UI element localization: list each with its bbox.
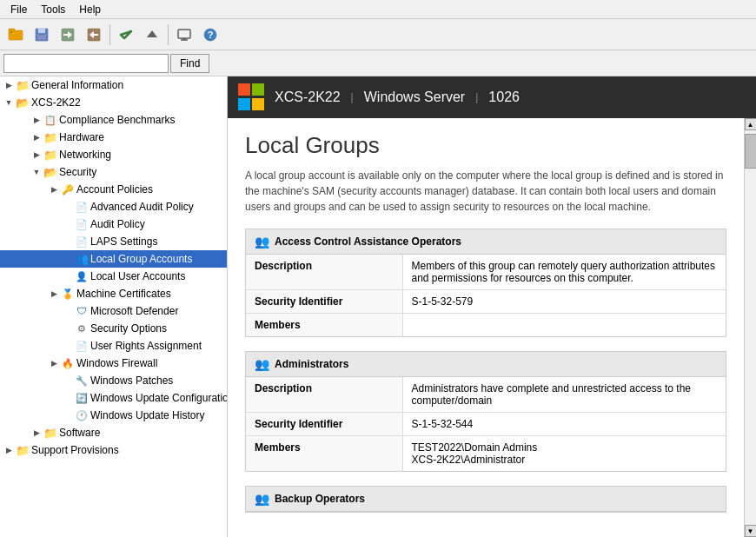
expander-xcs2k22: ▼ <box>2 96 16 109</box>
sidebar-item-support[interactable]: ▶ 📁 Support Provisions <box>0 441 227 459</box>
sidebar-label-local-groups: Local Group Accounts <box>90 253 192 265</box>
expander-firewall: ▶ <box>47 356 61 370</box>
sidebar-item-security[interactable]: ▼ 📂 Security <box>0 163 227 181</box>
table-row: Description Administrators have complete… <box>246 377 726 413</box>
sidebar-item-xcs2k22[interactable]: ▼ 📂 XCS-2K22 <box>0 94 227 111</box>
folder-icon: 📁 <box>16 78 30 92</box>
expander-patches <box>61 374 75 388</box>
menu-file[interactable]: File <box>3 2 34 17</box>
field-value <box>402 314 726 337</box>
scroll-thumb[interactable] <box>745 134 757 169</box>
sidebar-item-audit-policy[interactable]: 📄 Audit Policy <box>0 215 227 233</box>
sidebar-label-audit-policy: Audit Policy <box>90 218 145 230</box>
menu-help[interactable]: Help <box>72 2 108 17</box>
table-row: Security Identifier S-1-5-32-579 <box>246 290 726 314</box>
sidebar-item-user-rights[interactable]: 📄 User Rights Assignment <box>0 337 227 355</box>
expander-upd-hist <box>61 408 75 422</box>
scroll-up-button[interactable]: ▲ <box>745 118 757 130</box>
open-button[interactable] <box>3 23 28 47</box>
sidebar-item-ms-defender[interactable]: 🛡 Microsoft Defender <box>0 302 227 320</box>
sidebar-label-advanced-audit: Advanced Audit Policy <box>90 201 194 213</box>
person-icon: 👤 <box>75 269 89 283</box>
content-body: Local Groups A local group account is av… <box>228 118 744 537</box>
sidebar-item-hardware[interactable]: ▶ 📁 Hardware <box>0 129 227 146</box>
doc-icon: 📋 <box>43 113 57 127</box>
content-header: XCS-2K22 | Windows Server | 1026 <box>228 76 756 118</box>
group-header-administrators: 👥 Administrators <box>246 352 726 377</box>
sidebar-label-update-config: Windows Update Configuration <box>90 392 228 404</box>
field-label: Security Identifier <box>246 290 402 314</box>
sidebar-item-firewall[interactable]: ▶ 🔥 Windows Firewall <box>0 355 227 372</box>
sidebar-label-software: Software <box>59 427 100 439</box>
sidebar-item-compliance[interactable]: ▶ 📋 Compliance Benchmarks <box>0 111 227 129</box>
svg-rect-4 <box>38 29 45 33</box>
help-button[interactable]: ? <box>198 23 222 47</box>
scroll-track <box>745 130 757 525</box>
sidebar-label-general-info: General Information <box>31 79 123 91</box>
sidebar-item-networking[interactable]: ▶ 📁 Networking <box>0 146 227 163</box>
group-icon-admins: 👥 <box>255 357 269 371</box>
logo-sq-green <box>252 83 264 96</box>
expander-defender <box>61 304 75 318</box>
header-os: Windows Server <box>364 90 465 105</box>
sidebar-item-machine-certs[interactable]: ▶ 🏅 Machine Certificates <box>0 285 227 302</box>
sidebar-label-laps: LAPS Settings <box>90 235 157 248</box>
menu-tools[interactable]: Tools <box>34 2 72 17</box>
sidebar-label-update-history: Windows Update History <box>90 409 204 421</box>
sidebar-item-account-policies[interactable]: ▶ 🔑 Account Policies <box>0 181 227 198</box>
folder-icon-sup: 📁 <box>16 443 30 457</box>
folder-open-icon-sec: 📂 <box>43 165 57 179</box>
sidebar-item-update-config[interactable]: 🔄 Windows Update Configuration <box>0 389 227 407</box>
check-button[interactable] <box>114 23 138 47</box>
search-input[interactable] <box>3 54 169 73</box>
sidebar-item-advanced-audit[interactable]: 📄 Advanced Audit Policy <box>0 198 227 215</box>
save-button[interactable] <box>30 23 54 47</box>
export-button[interactable] <box>56 23 80 47</box>
folder-open-icon: 📂 <box>16 96 30 109</box>
sidebar-item-software[interactable]: ▶ 📁 Software <box>0 424 227 441</box>
expander-software: ▶ <box>30 426 43 440</box>
find-button[interactable]: Find <box>170 54 209 73</box>
import-button[interactable] <box>82 23 106 47</box>
expander-compliance: ▶ <box>30 113 43 127</box>
expander-general-info: ▶ <box>2 78 16 92</box>
field-value: S-1-5-32-579 <box>402 290 726 314</box>
sidebar-label-networking: Networking <box>59 149 111 161</box>
header-server: XCS-2K22 <box>275 90 341 105</box>
header-sep-1: | <box>351 91 354 103</box>
expander-upd-config <box>61 391 75 405</box>
field-label: Description <box>246 255 402 290</box>
sidebar-item-local-groups[interactable]: 👥 Local Group Accounts <box>0 250 227 268</box>
field-label: Members <box>246 314 402 337</box>
svg-rect-12 <box>178 30 190 38</box>
scroll-down-button[interactable]: ▼ <box>745 525 757 537</box>
expander-sec-opts <box>61 322 75 335</box>
main-layout: ▶ 📁 General Information ▼ 📂 XCS-2K22 ▶ 📋… <box>0 76 756 537</box>
sidebar-item-update-history[interactable]: 🕐 Windows Update History <box>0 407 227 424</box>
svg-marker-11 <box>147 30 157 37</box>
sidebar-item-security-opts[interactable]: ⚙ Security Options <box>0 320 227 337</box>
logo-sq-blue <box>238 98 250 110</box>
screen-button[interactable] <box>172 23 196 47</box>
sidebar-item-general-info[interactable]: ▶ 📁 General Information <box>0 76 227 94</box>
sidebar-label-security: Security <box>59 166 96 178</box>
sidebar-label-user-rights: User Rights Assignment <box>90 340 202 352</box>
doc-icon-adv: 📄 <box>75 200 89 214</box>
sidebar-item-patches[interactable]: 🔧 Windows Patches <box>0 372 227 389</box>
key-icon: 🔑 <box>61 182 75 196</box>
expander-security: ▼ <box>30 165 43 179</box>
up-button[interactable] <box>140 23 164 47</box>
sidebar-label-account-policies: Account Policies <box>76 183 153 196</box>
sidebar-item-local-users[interactable]: 👤 Local User Accounts <box>0 268 227 285</box>
expander-acct-pol: ▶ <box>47 182 61 196</box>
group-header-backup: 👥 Backup Operators <box>246 487 726 512</box>
expander-networking: ▶ <box>30 148 43 162</box>
sidebar-item-laps[interactable]: 📄 LAPS Settings <box>0 233 227 250</box>
doc-icon-ur: 📄 <box>75 339 89 353</box>
separator-2 <box>168 24 169 45</box>
sidebar-label-machine-certs: Machine Certificates <box>76 288 171 300</box>
field-label: Description <box>246 377 402 413</box>
sidebar-label-ms-defender: Microsoft Defender <box>90 305 178 317</box>
field-label: Security Identifier <box>246 413 402 436</box>
group-table-access-control: Description Members of this group can re… <box>246 255 726 336</box>
